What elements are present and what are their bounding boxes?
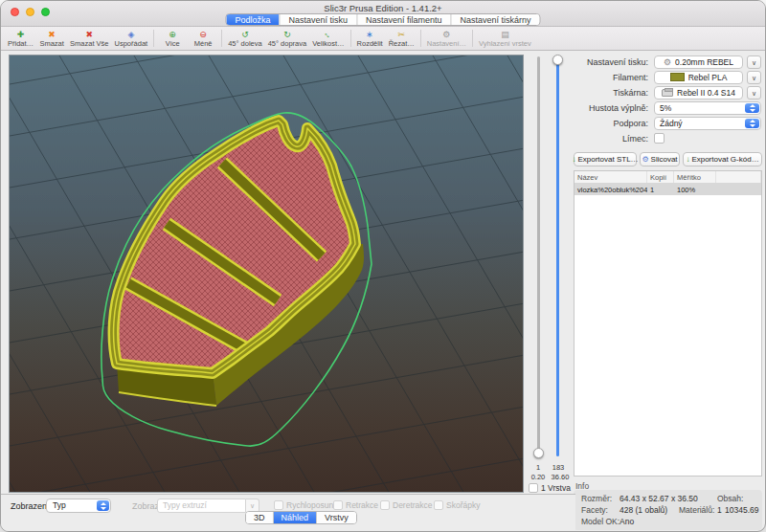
object-list-table: Název Kopií Měřítko vlozka%20obluk%204.s… [574,170,762,477]
slice-icon: ⚙ [642,155,648,164]
bottom-layer-slider[interactable] [537,56,540,456]
fewer-copies-button[interactable]: ⊖ Méně [191,30,215,48]
top-layer-knob[interactable] [552,55,563,65]
delete-object-icon: ✖ [48,30,56,39]
object-copies-cell: 1 [647,184,674,195]
delete-all-button[interactable]: ✖ Smazat Vše [70,30,108,48]
rotate-left-button[interactable]: ↺ 45° doleva [228,30,262,48]
mode-preview-button[interactable]: Náhled [273,512,317,523]
deretraction-checkbox[interactable]: Deretrakce [380,500,433,510]
view-type-popup[interactable]: Typ [46,499,111,513]
filament-dropdown-icon[interactable]: ∨ [747,71,761,84]
column-name[interactable]: Název [574,171,647,183]
split-button[interactable]: ∗ Rozdělit [357,30,383,48]
export-stl-button[interactable]: ↓ Exportovat STL… [574,152,637,166]
scale-button[interactable]: ↔ Velikost… [312,30,344,48]
support-dropdown-icon [745,119,759,129]
filament-label: Filament: [574,73,652,82]
top-layer-height: 36.60 [548,473,573,481]
infill-density-select[interactable]: 5% [654,101,761,115]
printer-combo[interactable]: Rebel II 0.4 S14 [654,86,743,100]
object-scale-cell: 100% [674,184,716,195]
more-copies-icon: ⊕ [169,30,176,39]
popup-stepper-icon [97,500,109,511]
cut-icon: ✂ [397,30,405,39]
settings-panel: Nastavení tisku: ⚙ 0.20mm REBEL ∨ Filame… [574,55,763,532]
export-stl-icon: ↓ [572,155,575,164]
single-layer-checkbox[interactable]: 1 Vrstva [529,483,571,493]
action-buttons: ↓ Exportovat STL… ⚙ Slicovat ↓ Exportova… [574,152,763,166]
arrange-icon: ◈ [127,30,134,39]
slice-button[interactable]: ⚙ Slicovat [640,152,680,166]
printer-icon [662,89,673,97]
materials-label: Materiálů: [679,505,714,515]
export-gcode-button[interactable]: ↓ Exportovat G-kód… [683,152,762,166]
column-scale[interactable]: Měřítko [674,171,716,183]
split-icon: ∗ [366,30,373,39]
object-name-cell: vlozka%20obluk%204.stl [574,184,647,195]
arrange-button[interactable]: ◈ Uspořádat [115,30,148,48]
title-bar: Slic3r Prusa Edition - 1.41.2+ Podložka … [1,1,765,27]
object-toolbar: ✚ Přidat… ✖ Smazat ✖ Smazat Vše ◈ Uspořá… [1,27,765,51]
delete-all-icon: ✖ [86,30,94,39]
layer-smoothing-button[interactable]: ▤ Vyhlazení vrstev [479,30,531,48]
bottom-layer-height: 0.20 [528,473,549,481]
app-window: Slic3r Prusa Edition - 1.41.2+ Podložka … [0,0,766,532]
fewer-copies-icon: ⊖ [199,30,207,39]
support-label: Podpora: [574,119,652,128]
bottom-layer-knob[interactable] [533,448,544,458]
infill-dropdown-icon [745,103,759,114]
view-mode-switcher: 3D Náhled Vrstvy [245,511,357,524]
rotate-right-button[interactable]: ↻ 45° doprava [268,30,307,48]
object-table-row[interactable]: vlozka%20obluk%204.stl 1 100% [574,184,761,195]
size-label: Rozměr: [581,494,612,503]
object-table-header: Název Kopií Měřítko [574,171,761,184]
cut-button[interactable]: ✂ Řezat… [389,30,415,48]
filament-combo[interactable]: Rebel PLA [654,71,743,84]
size-value: 64.43 x 52.67 x 36.50 [620,494,698,503]
bottom-layer-number: 1 [532,463,544,472]
travel-checkbox[interactable]: Rychloposun [274,500,333,510]
brim-checkbox[interactable] [654,133,665,144]
shells-checkbox-box[interactable] [434,500,443,510]
more-copies-button[interactable]: ⊕ Více [160,30,185,48]
toolbar-separator [420,30,421,47]
single-layer-checkbox-box[interactable] [529,483,538,493]
add-button[interactable]: ✚ Přidat… [8,30,34,48]
mode-3d-button[interactable]: 3D [246,512,273,523]
3d-viewport[interactable] [9,55,524,493]
top-layer-slider[interactable] [556,56,559,456]
printer-dropdown-icon[interactable]: ∨ [747,86,761,100]
delete-button[interactable]: ✖ Smazat [39,30,64,48]
travel-checkbox-box[interactable] [274,500,283,510]
retraction-checkbox[interactable]: Retrakce [333,500,378,510]
extrusion-type-combo[interactable]: Typy extruzí [157,499,246,513]
view-mode-label: Zobrazení [11,501,50,511]
mode-layers-button[interactable]: Vrstvy [316,512,356,523]
model-ok-label: Model OK: [581,517,620,526]
column-copies[interactable]: Kopií [647,171,674,183]
extrusion-type-placeholder: Typy extruzí [163,500,207,510]
print-preview-scene [10,55,523,492]
deretraction-checkbox-box[interactable] [380,500,390,510]
print-settings-gear-icon: ⚙ [664,57,671,67]
layer-slider-gutter: 1 183 0.20 36.60 1 Vrstva [525,55,574,504]
printer-label: Tiskárna: [574,88,652,98]
print-settings-combo[interactable]: ⚙ 0.20mm REBEL [654,55,743,69]
export-gcode-icon: ↓ [686,155,689,164]
toolbar-separator [350,30,351,47]
print-settings-dropdown-icon[interactable]: ∨ [747,55,761,69]
shells-checkbox[interactable]: Skořápky [434,500,480,510]
retraction-checkbox-box[interactable] [333,500,343,510]
tab-nastaveni-tisku[interactable]: Nastavení tisku [279,14,356,25]
support-select[interactable]: Žádný [654,117,761,130]
model-ok-value: Ano [620,517,634,526]
tab-nastaveni-tiskarny[interactable]: Nastavení tiskárny [451,14,540,25]
object-settings-button[interactable]: ⚙ Nastavení… [427,30,466,48]
tab-podlozka[interactable]: Podložka [226,14,279,25]
brim-label: Límec: [574,134,652,144]
main-tab-bar: Podložka Nastavení tisku Nastavení filam… [225,13,540,26]
model-info-box: Rozměr: 64.43 x 52.67 x 36.50 Obsah: 103… [574,490,762,530]
top-layer-number: 183 [549,463,568,472]
tab-nastaveni-filamentu[interactable]: Nastavení filamentu [356,14,451,25]
